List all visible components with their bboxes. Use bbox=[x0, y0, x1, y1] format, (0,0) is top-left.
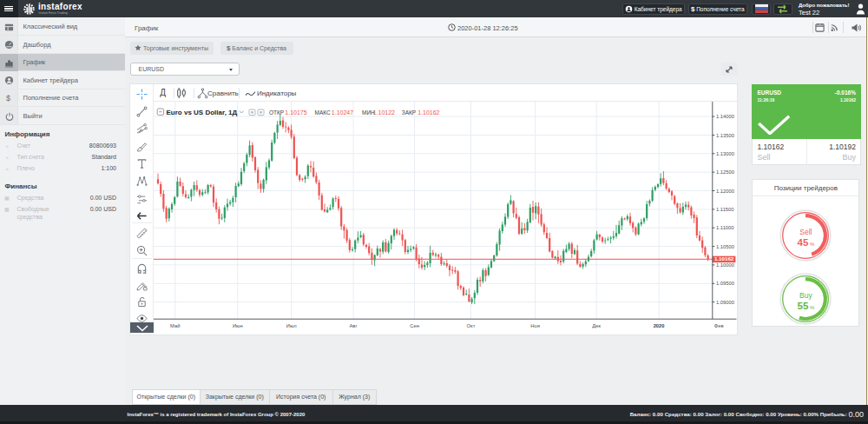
svg-text:1.13500: 1.13500 bbox=[716, 133, 734, 138]
svg-text:Июн: Июн bbox=[233, 323, 243, 328]
svg-text:Ноя: Ноя bbox=[530, 323, 540, 328]
svg-text:1.13000: 1.13000 bbox=[716, 151, 734, 156]
svg-text:Авг: Авг bbox=[349, 323, 357, 328]
svg-text:МАКС: МАКС bbox=[314, 109, 330, 116]
svg-text:Дек: Дек bbox=[592, 323, 601, 328]
svg-text:Июл: Июл bbox=[286, 323, 297, 328]
svg-text:1.14000: 1.14000 bbox=[716, 114, 734, 119]
svg-text:1.10000: 1.10000 bbox=[716, 262, 734, 268]
svg-text:ЗАКР: ЗАКР bbox=[402, 109, 416, 116]
svg-text:Сен: Сен bbox=[410, 323, 419, 328]
svg-text:Фев: Фев bbox=[714, 323, 724, 328]
svg-text:Май: Май bbox=[170, 323, 180, 328]
svg-text:2020: 2020 bbox=[653, 323, 664, 328]
svg-text:Euro vs US Dollar, 1Д: Euro vs US Dollar, 1Д bbox=[166, 109, 237, 116]
svg-text:1.10162: 1.10162 bbox=[418, 109, 439, 116]
svg-text:1.12000: 1.12000 bbox=[716, 189, 734, 194]
svg-text:1.10122: 1.10122 bbox=[372, 109, 394, 116]
svg-text:1.11000: 1.11000 bbox=[716, 225, 734, 230]
svg-text:1.12500: 1.12500 bbox=[716, 169, 734, 175]
svg-text:1.11500: 1.11500 bbox=[716, 207, 734, 212]
svg-text:1.09000: 1.09000 bbox=[716, 300, 734, 305]
svg-text:Окт: Окт bbox=[466, 323, 475, 328]
svg-text:ОТКР: ОТКР bbox=[269, 109, 284, 116]
svg-text:1.10162: 1.10162 bbox=[714, 255, 734, 262]
svg-text:1.10500: 1.10500 bbox=[716, 244, 734, 249]
svg-text:1.10175: 1.10175 bbox=[285, 109, 306, 116]
svg-text:1.09500: 1.09500 bbox=[716, 281, 734, 286]
svg-text:1.10247: 1.10247 bbox=[332, 109, 353, 116]
